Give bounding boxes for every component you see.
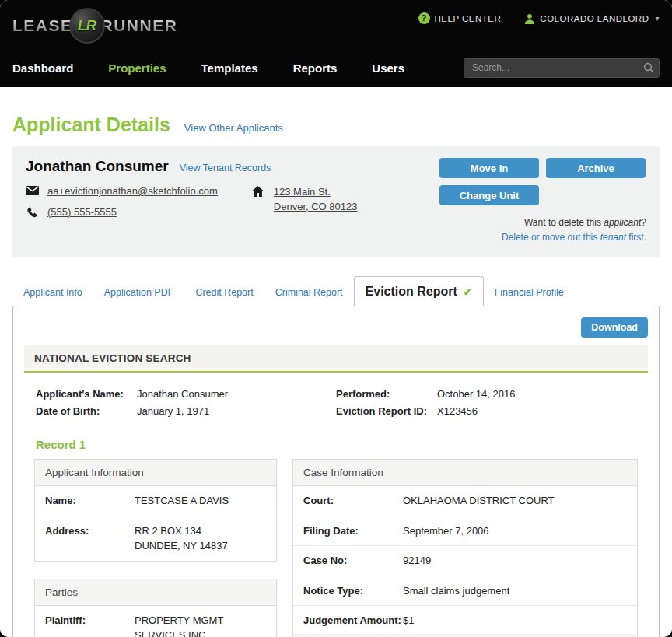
report-summary: Applicant's Name: Jonathan Consumer Date…	[24, 373, 648, 425]
help-center-link[interactable]: ? HELP CENTER	[418, 12, 502, 24]
page-title: Applicant Details	[12, 114, 170, 136]
delete-question: Want to delete this applicant?	[524, 217, 646, 228]
delete-or-move-out-link[interactable]: Delete or move out this tenant first.	[439, 230, 646, 245]
nav-templates[interactable]: Templates	[201, 61, 258, 75]
tab-applicant-info[interactable]: Applicant Info	[12, 279, 93, 306]
parties-table: Parties Plaintiff: PROPERTY MGMT SERVICE…	[34, 579, 277, 637]
archive-button[interactable]: Archive	[546, 158, 646, 178]
applicant-information-title: Applicant Information	[35, 460, 276, 486]
table-row: Plaintiff: PROPERTY MGMT SERVICES INC	[35, 606, 276, 637]
table-row: Judgement Amount: $1	[293, 606, 637, 636]
parties-title: Parties	[35, 579, 276, 606]
envelope-icon	[26, 185, 39, 198]
logo-lr-icon: LR	[69, 8, 105, 44]
dob-value: January 1, 1971	[137, 404, 209, 418]
main-nav: Dashboard Properties Templates Reports U…	[12, 61, 439, 75]
applicant-tabs: Applicant Info Application PDF Credit Re…	[12, 276, 660, 306]
help-center-label: HELP CENTER	[435, 14, 502, 23]
tab-eviction-report[interactable]: Eviction Report ✔	[354, 276, 484, 306]
case-information-title: Case Information	[293, 460, 637, 486]
account-name: COLORADO LANDLORD	[540, 14, 649, 23]
applicant-email-link[interactable]: aa+evictionjonathan@sketchfolio.com	[47, 185, 218, 197]
delete-hint: Want to delete this applicant? Delete or…	[439, 215, 646, 244]
change-unit-button[interactable]: Change Unit	[439, 185, 539, 205]
tab-criminal-report[interactable]: Criminal Report	[264, 279, 354, 306]
applicant-actions: Move In Archive Change Unit Want to dele…	[439, 158, 646, 244]
search-icon[interactable]	[643, 62, 654, 73]
table-row: Case No: 92149	[293, 546, 637, 576]
applicant-address: 123 Main St. Denver, CO 80123	[274, 185, 358, 215]
tab-credit-report[interactable]: Credit Report	[184, 279, 264, 306]
phone-row: (555) 555-5555	[26, 206, 218, 221]
report-id-label: Eviction Report ID:	[336, 404, 437, 418]
main-content: Applicant Details View Other Applicants …	[0, 87, 672, 637]
help-icon: ?	[418, 12, 430, 24]
applicant-information-table: Applicant Information Name: TESTCASE A D…	[34, 459, 277, 562]
applicant-summary-card: Jonathan Consumer View Tenant Records	[12, 146, 660, 257]
address-row: 123 Main St. Denver, CO 80123	[252, 185, 432, 215]
performed-value: October 14, 2016	[437, 387, 515, 401]
header-utils: ? HELP CENTER COLORADO LANDLORD ▾	[418, 12, 660, 24]
national-eviction-search-header: NATIONAL EVICTION SEARCH	[24, 345, 648, 373]
email-row: aa+evictionjonathan@sketchfolio.com	[26, 185, 218, 198]
search-input[interactable]	[464, 58, 660, 78]
applicant-name: Jonathan Consumer	[26, 158, 169, 175]
chevron-down-icon: ▾	[655, 14, 660, 23]
table-row: Name: TESTCASE A DAVIS	[35, 486, 276, 516]
nav-users[interactable]: Users	[372, 61, 404, 75]
record-columns: Applicant Information Name: TESTCASE A D…	[24, 459, 648, 637]
contact-info: aa+evictionjonathan@sketchfolio.com (555…	[26, 185, 432, 221]
table-row: Filing Date: September 7, 2006	[293, 516, 637, 547]
search-box	[464, 58, 660, 78]
main-nav-row: Dashboard Properties Templates Reports U…	[12, 50, 660, 86]
tab-financial-profile[interactable]: Financial Profile	[484, 279, 575, 306]
download-button[interactable]: Download	[581, 317, 648, 338]
table-row: Court: OKLAHAOMA DISTRICT COURT	[293, 486, 637, 516]
account-menu[interactable]: COLORADO LANDLORD ▾	[524, 13, 660, 24]
address-line-1[interactable]: 123 Main St.	[274, 185, 358, 200]
phone-icon	[26, 206, 39, 221]
tab-application-pdf[interactable]: Application PDF	[93, 279, 185, 306]
record-title: Record 1	[36, 438, 636, 451]
page-title-row: Applicant Details View Other Applicants	[12, 114, 660, 136]
user-icon	[524, 13, 535, 24]
leaserunner-logo[interactable]: LEASE LR RUNNER	[12, 8, 177, 44]
dob-label: Date of Birth:	[36, 404, 137, 418]
logo-text-lease: LEASE	[12, 16, 73, 35]
address-line-2[interactable]: Denver, CO 80123	[274, 200, 358, 215]
applicant-name-label: Applicant's Name:	[36, 387, 137, 401]
top-header: LEASE LR RUNNER ? HELP CENTER COLORADO L…	[0, 0, 672, 87]
nav-dashboard[interactable]: Dashboard	[12, 61, 73, 75]
header-utility-row: LEASE LR RUNNER ? HELP CENTER COLORADO L…	[12, 0, 660, 50]
eviction-report-panel: Download NATIONAL EVICTION SEARCH Applic…	[12, 306, 660, 637]
applicant-phone-link[interactable]: (555) 555-5555	[47, 206, 117, 218]
home-icon	[252, 185, 265, 199]
view-tenant-records-link[interactable]: View Tenant Records	[180, 163, 271, 173]
nav-properties[interactable]: Properties	[108, 61, 166, 75]
tab-eviction-report-label: Eviction Report	[366, 285, 457, 299]
report-id-value: X123456	[437, 404, 478, 418]
table-row: Address: RR 2 BOX 134 DUNDEE, NY 14837	[35, 516, 276, 561]
case-information-table: Case Information Court: OKLAHAOMA DISTRI…	[292, 459, 638, 637]
move-in-button[interactable]: Move In	[439, 158, 539, 178]
applicant-name-value: Jonathan Consumer	[137, 387, 228, 401]
nav-reports[interactable]: Reports	[293, 61, 338, 75]
applicant-summary-left: Jonathan Consumer View Tenant Records	[26, 158, 432, 244]
app-window: LEASE LR RUNNER ? HELP CENTER COLORADO L…	[0, 0, 672, 637]
logo-text-runner: RUNNER	[101, 16, 178, 35]
performed-label: Performed:	[336, 387, 437, 401]
checkmark-icon: ✔	[464, 286, 472, 298]
table-row: Notice Type: Small claims judgement	[293, 576, 637, 607]
view-other-applicants-link[interactable]: View Other Applicants	[184, 122, 283, 134]
